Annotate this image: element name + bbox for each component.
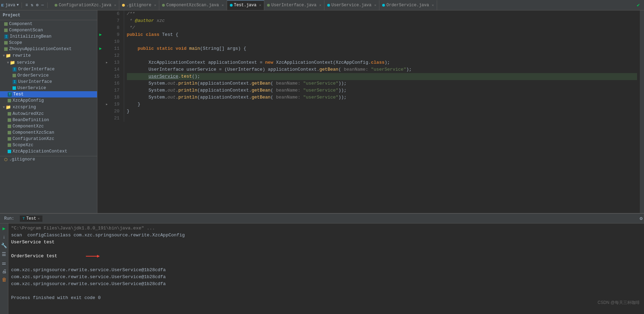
sidebar-item-zhouyuappctx[interactable]: ZhouyuApplicationContext [0,46,97,52]
tab-orderservice[interactable]: OrderService.java ✕ [379,0,437,10]
bottom-tab-test[interactable]: T Test ✕ [20,215,42,222]
toolbar-icon-gear[interactable]: ⚙ [36,2,39,8]
tab-userservice[interactable]: UserService.java ✕ [324,0,379,10]
sidebar-item-rewrite[interactable]: ▼ 📁 rewrite [0,52,97,59]
toolbar-icon-sort[interactable]: ⇅ [31,2,33,8]
gutter-13 [97,59,104,66]
ln-17: 17 [113,87,121,94]
gutter-18 [97,94,104,101]
sidebar-item-beandefinition[interactable]: BeanDefinition [0,117,97,123]
lines-icon[interactable]: ⚌ [2,260,6,266]
dot-userservice [327,4,330,7]
tab-label-orderservice: OrderService.java [386,3,429,8]
sidebar-item-autowiredxzc[interactable]: AutowiredXzc [0,111,97,117]
tab-test[interactable]: Test.java ✕ [227,0,265,10]
tab-componentxzcscan[interactable]: ComponentXzcScan.java ✕ [159,0,227,10]
ln-12: 12 [113,52,121,59]
sidebar-item-service[interactable]: ▼ 📁 service [0,59,97,66]
label-userservice: UserService [17,86,46,91]
right-scrollbar[interactable] [640,10,644,213]
console-line-6: com.xzc.springsource.rewrite.service.Use… [11,274,641,281]
gutter-9[interactable]: ▶ [97,31,104,38]
label-userinterface: UserInterface [18,79,52,84]
code-lines-container[interactable]: /** * @author xzc */ public class Test { [124,10,640,213]
console-line-7: com.xzc.springsource.rewrite.service.Use… [11,281,641,288]
sidebar-tree[interactable]: Component ComponentScan I InitializingBe… [0,20,97,213]
sidebar-item-configurationxzc[interactable]: ConfigurationXzc [0,136,97,142]
ln-16: 16 [113,80,121,87]
code-line-17: System.out.println(applicationContext.ge… [127,87,637,94]
tab-label-componentxzcscan: ComponentXzcScan.java [166,3,219,8]
label-orderservice: OrderService [17,73,49,78]
play-icon[interactable]: ▶ [2,226,5,231]
folder-icon-rewrite: 📁 [6,53,11,58]
toolbar-icon-minimize[interactable]: — [41,3,44,8]
label-xzcspring: xzcspring [13,105,36,110]
gear-icon[interactable]: ⚙ [640,215,643,221]
code-line-18: System.out.println(applicationContext.ge… [127,94,637,101]
folder-icon-service: 📁 [10,60,15,65]
tab-gitignore[interactable]: .gitignore ✕ [119,0,159,10]
sidebar-item-xzcappconfig[interactable]: XzcAppConfig [0,97,97,104]
sidebar-item-xzcspring[interactable]: ▼ 📁 xzcspring [0,104,97,111]
sidebar-item-scopexzc[interactable]: ScopeXzc [0,142,97,148]
console-output[interactable]: "C:\Program Files\Java\jdk1.8.0_191\bin\… [8,223,644,314]
code-line-11: public static void main(String[] args) { [127,45,637,52]
gutter-6 [97,10,104,17]
gutter-11[interactable]: ▶ [97,45,104,52]
tab-configxzc[interactable]: ConfigurationXzc.java ✕ [52,0,119,10]
bottom-panel: Run: T Test ✕ ⚙ ▶ ↓ 🔧 ☰ ⚌ 🖨 🗑 "C:\Progra… [0,213,644,314]
tab-userinterface[interactable]: UserInterface.java ✕ [264,0,324,10]
sidebar-item-xzcappctx[interactable]: XzcApplicationContext [0,148,97,155]
divider [22,2,22,8]
tab-label-gitignore: .gitignore [126,3,151,8]
gutter-19 [97,101,104,108]
sidebar-item-initializingbean[interactable]: I InitializingBean [0,33,97,40]
ln-7: 7 [113,17,121,24]
gutter-15 [97,73,104,80]
label-test: Test [13,92,24,97]
label-xzcappctx: XzcApplicationContext [13,149,67,154]
close-componentxzcscan[interactable]: ✕ [222,3,224,7]
sidebar-item-orderinterface[interactable]: I OrderInterface [0,66,97,72]
sidebar-item-userservice[interactable]: UserService [0,85,97,91]
gutter-17 [97,87,104,94]
icon-beandefinition [8,118,11,122]
main-content: Project Component ComponentScan I Initia… [0,10,644,213]
sidebar-item-component[interactable]: Component [0,21,97,27]
sidebar-item-gitignore[interactable]: ⬡ .gitignore [0,156,97,163]
wrench-icon[interactable]: 🔧 [1,243,7,249]
close-test[interactable]: ✕ [259,3,261,7]
code-line-16: System.out.println(applicationContext.ge… [127,80,637,87]
dot-componentxzcscan [162,4,165,7]
sidebar-item-componentxzcscan[interactable]: ComponentXzcScan [0,129,97,136]
project-icon: ◧ [1,2,4,8]
sidebar-item-orderservice[interactable]: OrderService [0,72,97,79]
project-dropdown[interactable]: ▼ [17,3,19,7]
code-line-15: userService.test(); [127,73,637,80]
close-userservice[interactable]: ✕ [374,3,376,7]
orderservice-test-text: OrderService test [11,253,57,260]
icon-component [4,22,8,26]
console-line-4: OrderService test [11,246,641,267]
code-line-20: } [127,108,637,115]
down-icon[interactable]: ↓ [2,234,5,240]
sidebar-item-componentxzc[interactable]: ComponentXzc [0,123,97,129]
line-numbers: 6 7 8 9 10 11 12 13 14 15 16 17 18 19 [110,10,124,122]
close-configxzc[interactable]: ✕ [114,3,116,7]
sidebar-item-scope[interactable]: Scope [0,40,97,46]
sidebar-item-componentscan[interactable]: ComponentScan [0,27,97,33]
label-initializingbean: InitializingBean [10,34,51,39]
close-orderservice[interactable]: ✕ [432,3,434,7]
sidebar-item-test[interactable]: T Test [0,91,97,97]
trash-icon[interactable]: 🗑 [2,277,7,283]
ln-21: 21 [113,115,121,122]
print-icon[interactable]: 🖨 [2,269,7,274]
close-bottom-test[interactable]: ✕ [38,217,40,221]
list-icon[interactable]: ☰ [2,251,6,257]
sidebar-item-userinterface[interactable]: I UserInterface [0,79,97,85]
close-gitignore[interactable]: ✕ [154,3,156,7]
toolbar-icon-align[interactable]: ≡ [25,3,28,8]
close-userinterface[interactable]: ✕ [319,3,321,7]
folder-icon-xzcspring: 📁 [6,104,11,110]
